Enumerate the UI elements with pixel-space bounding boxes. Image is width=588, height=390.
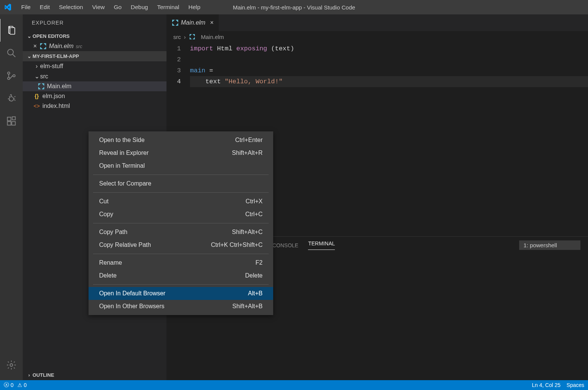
folder-src[interactable]: ⌄ src: [23, 71, 166, 81]
context-menu-shortcut: F2: [255, 259, 263, 266]
svg-line-2: [13, 55, 16, 57]
indent-mode[interactable]: Spaces: [566, 382, 584, 388]
terminal-selector[interactable]: 1: powershell: [519, 240, 580, 250]
menu-terminal[interactable]: Terminal: [152, 1, 184, 14]
context-menu-item[interactable]: Open In Other BrowsersShift+Alt+B: [89, 300, 273, 313]
panel-tab-terminal[interactable]: TERMINAL: [308, 240, 335, 250]
line-number: 4: [166, 76, 181, 87]
context-menu-item[interactable]: Copy PathShift+Alt+C: [89, 226, 273, 239]
svg-marker-15: [44, 47, 46, 49]
error-icon[interactable]: ⓧ: [4, 382, 9, 388]
code-editor[interactable]: 1 2 3 4 import Html exposing (text) main…: [166, 42, 588, 87]
svg-marker-25: [193, 34, 195, 36]
menu-file[interactable]: File: [17, 1, 35, 14]
project-label: MY-FIRST-ELM-APP: [33, 53, 79, 59]
svg-rect-10: [12, 117, 15, 120]
svg-marker-16: [38, 83, 41, 86]
open-editor-dir: src: [76, 44, 82, 49]
context-menu-label: Open in Terminal: [99, 162, 145, 169]
line-number: 3: [166, 65, 181, 76]
chevron-right-icon: ›: [184, 34, 186, 40]
context-menu-item[interactable]: Open to the SideCtrl+Enter: [89, 134, 273, 147]
menu-selection[interactable]: Selection: [54, 1, 88, 14]
tab-main-elm[interactable]: Main.elm ×: [166, 14, 219, 31]
menu-view[interactable]: View: [87, 1, 109, 14]
svg-rect-7: [8, 117, 11, 121]
svg-point-11: [10, 364, 13, 367]
svg-marker-19: [42, 87, 44, 89]
chevron-right-icon: ›: [26, 372, 33, 378]
extensions-icon[interactable]: [0, 110, 23, 133]
open-editors-header[interactable]: ⌄ OPEN EDITORS: [23, 31, 166, 41]
context-menu-item[interactable]: CutCtrl+X: [89, 195, 273, 208]
activity-bar: [0, 14, 23, 380]
svg-point-1: [8, 49, 13, 55]
source-control-icon[interactable]: [0, 64, 23, 87]
open-editors-label: OPEN EDITORS: [33, 33, 70, 39]
context-menu-item[interactable]: Open In Default BrowserAlt+B: [89, 287, 273, 300]
folder-label: src: [40, 73, 48, 80]
context-menu-item[interactable]: Select for Compare: [89, 177, 273, 190]
warning-icon[interactable]: ⚠: [17, 382, 22, 388]
close-icon[interactable]: ×: [33, 43, 37, 50]
folder-elm-stuff[interactable]: › elm-stuff: [23, 61, 166, 71]
context-menu-label: Rename: [99, 259, 122, 266]
context-menu-separator: [93, 284, 269, 285]
context-menu-label: Reveal in Explorer: [99, 150, 149, 156]
chevron-down-icon: ⌄: [26, 53, 33, 59]
context-menu-item[interactable]: Open in Terminal: [89, 159, 273, 172]
line-number: 1: [166, 43, 181, 54]
cursor-position[interactable]: Ln 4, Col 25: [532, 382, 561, 388]
menu-edit[interactable]: Edit: [35, 1, 54, 14]
explorer-icon[interactable]: [0, 19, 22, 42]
elm-file-icon: [189, 33, 196, 40]
file-elm-json[interactable]: {} elm.json: [23, 91, 166, 101]
context-menu-item[interactable]: Copy Relative PathCtrl+K Ctrl+Shift+C: [89, 239, 273, 251]
context-menu-label: Open In Default Browser: [99, 290, 165, 297]
context-menu-item[interactable]: RenameF2: [89, 256, 273, 269]
context-menu-shortcut: Ctrl+C: [245, 211, 263, 218]
svg-marker-13: [44, 43, 46, 46]
folder-label: elm-stuff: [40, 63, 63, 70]
outline-header[interactable]: › OUTLINE: [23, 370, 166, 380]
menu-bar: File Edit Selection View Go Debug Termin…: [17, 1, 205, 14]
open-editor-item[interactable]: × Main.elm src: [23, 41, 166, 51]
context-menu-label: Cut: [99, 198, 109, 205]
svg-marker-12: [40, 43, 43, 46]
code-content[interactable]: import Html exposing (text) main = text …: [190, 43, 588, 87]
context-menu-item[interactable]: CopyCtrl+C: [89, 208, 273, 221]
search-icon[interactable]: [0, 42, 23, 64]
menu-debug[interactable]: Debug: [126, 1, 152, 14]
context-menu-shortcut: Ctrl+Enter: [235, 137, 263, 144]
menu-help[interactable]: Help: [184, 1, 205, 14]
context-menu-shortcut: Shift+Alt+B: [232, 303, 263, 310]
chevron-down-icon: ⌄: [33, 73, 40, 80]
panel-tab-console[interactable]: CONSOLE: [272, 242, 298, 248]
context-menu-label: Copy Relative Path: [99, 242, 151, 248]
menu-go[interactable]: Go: [109, 1, 126, 14]
file-index-html[interactable]: <> index.html: [23, 101, 166, 111]
outline-label: OUTLINE: [33, 372, 54, 378]
context-menu-item[interactable]: DeleteDelete: [89, 269, 273, 282]
title-bar: File Edit Selection View Go Debug Termin…: [0, 0, 588, 14]
svg-point-3: [8, 72, 10, 74]
file-label: index.html: [42, 103, 70, 109]
elm-file-icon: [38, 83, 45, 90]
file-main-elm[interactable]: Main.elm: [23, 81, 166, 91]
file-label: elm.json: [42, 93, 65, 100]
svg-point-5: [13, 75, 15, 77]
context-menu: Open to the SideCtrl+EnterReveal in Expl…: [89, 131, 273, 315]
breadcrumb[interactable]: src › Main.elm: [166, 31, 588, 42]
settings-gear-icon[interactable]: [0, 354, 23, 376]
close-icon[interactable]: ×: [210, 19, 213, 26]
context-menu-label: Delete: [99, 272, 117, 279]
svg-point-4: [8, 77, 10, 80]
debug-icon[interactable]: [0, 87, 23, 110]
context-menu-item[interactable]: Reveal in ExplorerShift+Alt+R: [89, 147, 273, 159]
project-header[interactable]: ⌄ MY-FIRST-ELM-APP: [23, 51, 166, 61]
context-menu-separator: [93, 254, 269, 254]
line-gutter: 1 2 3 4: [166, 43, 190, 87]
svg-marker-26: [190, 37, 192, 39]
error-count: 0: [11, 382, 14, 388]
status-bar: ⓧ 0 ⚠ 0 Ln 4, Col 25 Spaces: [0, 380, 588, 390]
